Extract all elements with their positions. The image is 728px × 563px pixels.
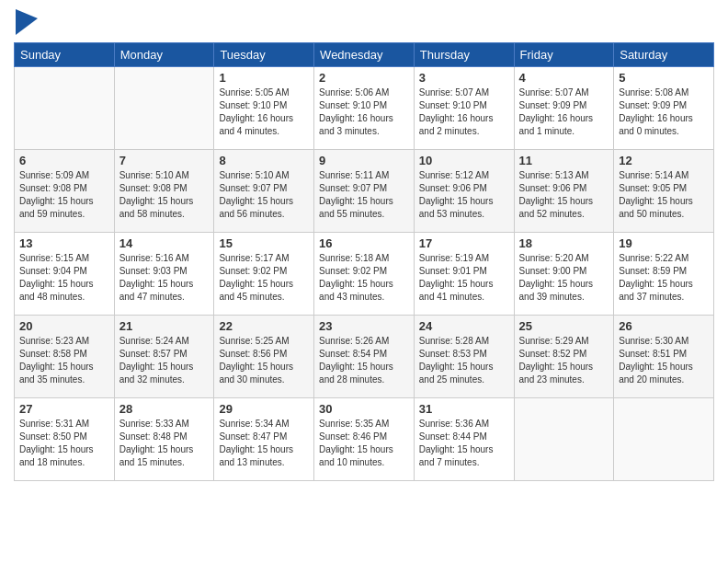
day-info: Sunrise: 5:23 AM Sunset: 8:58 PM Dayligh… [19, 335, 109, 386]
weekday-header-saturday: Saturday [614, 43, 714, 67]
day-number: 13 [19, 236, 109, 250]
day-info: Sunrise: 5:20 AM Sunset: 9:00 PM Dayligh… [519, 252, 609, 304]
day-info: Sunrise: 5:19 AM Sunset: 9:01 PM Dayligh… [419, 252, 509, 304]
calendar-cell [114, 67, 214, 150]
day-info: Sunrise: 5:28 AM Sunset: 8:53 PM Dayligh… [419, 335, 509, 386]
calendar-cell: 24Sunrise: 5:28 AM Sunset: 8:53 PM Dayli… [414, 316, 514, 398]
weekday-header-wednesday: Wednesday [314, 43, 415, 67]
day-number: 22 [219, 319, 309, 333]
day-number: 7 [119, 154, 210, 167]
day-number: 1 [219, 71, 309, 85]
day-info: Sunrise: 5:35 AM Sunset: 8:46 PM Dayligh… [319, 418, 409, 469]
day-number: 6 [19, 154, 109, 167]
calendar-cell: 17Sunrise: 5:19 AM Sunset: 9:01 PM Dayli… [414, 233, 514, 316]
day-number: 15 [219, 236, 309, 250]
day-info: Sunrise: 5:08 AM Sunset: 9:09 PM Dayligh… [619, 86, 709, 138]
day-number: 28 [119, 402, 210, 416]
calendar-cell: 10Sunrise: 5:12 AM Sunset: 9:06 PM Dayli… [414, 150, 514, 233]
calendar-cell: 25Sunrise: 5:29 AM Sunset: 8:52 PM Dayli… [514, 316, 614, 398]
day-info: Sunrise: 5:10 AM Sunset: 9:08 PM Dayligh… [119, 169, 210, 221]
day-number: 10 [419, 154, 509, 167]
calendar-cell: 19Sunrise: 5:22 AM Sunset: 8:59 PM Dayli… [614, 233, 714, 316]
calendar-cell [614, 398, 714, 481]
day-info: Sunrise: 5:07 AM Sunset: 9:09 PM Dayligh… [519, 86, 609, 138]
day-info: Sunrise: 5:16 AM Sunset: 9:03 PM Dayligh… [119, 252, 210, 304]
day-info: Sunrise: 5:15 AM Sunset: 9:04 PM Dayligh… [19, 252, 109, 304]
weekday-header-friday: Friday [514, 43, 614, 67]
day-info: Sunrise: 5:05 AM Sunset: 9:10 PM Dayligh… [219, 86, 309, 138]
calendar-cell: 22Sunrise: 5:25 AM Sunset: 8:56 PM Dayli… [214, 316, 314, 398]
page: SundayMondayTuesdayWednesdayThursdayFrid… [0, 0, 728, 495]
calendar-cell: 9Sunrise: 5:11 AM Sunset: 9:07 PM Daylig… [314, 150, 415, 233]
day-info: Sunrise: 5:36 AM Sunset: 8:44 PM Dayligh… [419, 418, 509, 469]
calendar-cell: 2Sunrise: 5:06 AM Sunset: 9:10 PM Daylig… [314, 67, 415, 150]
day-number: 2 [319, 71, 409, 85]
day-info: Sunrise: 5:22 AM Sunset: 8:59 PM Dayligh… [619, 252, 709, 304]
day-info: Sunrise: 5:26 AM Sunset: 8:54 PM Dayligh… [319, 335, 409, 386]
calendar-row-1: 6Sunrise: 5:09 AM Sunset: 9:08 PM Daylig… [15, 150, 714, 233]
day-info: Sunrise: 5:24 AM Sunset: 8:57 PM Dayligh… [119, 335, 210, 386]
calendar-row-2: 13Sunrise: 5:15 AM Sunset: 9:04 PM Dayli… [15, 233, 714, 316]
day-info: Sunrise: 5:34 AM Sunset: 8:47 PM Dayligh… [219, 418, 309, 469]
day-info: Sunrise: 5:31 AM Sunset: 8:50 PM Dayligh… [19, 418, 109, 469]
calendar-cell: 1Sunrise: 5:05 AM Sunset: 9:10 PM Daylig… [214, 67, 314, 150]
day-number: 14 [119, 236, 210, 250]
calendar-cell: 21Sunrise: 5:24 AM Sunset: 8:57 PM Dayli… [114, 316, 214, 398]
calendar-row-4: 27Sunrise: 5:31 AM Sunset: 8:50 PM Dayli… [15, 398, 714, 481]
calendar-cell: 5Sunrise: 5:08 AM Sunset: 9:09 PM Daylig… [614, 67, 714, 150]
day-number: 27 [19, 402, 109, 416]
weekday-header-monday: Monday [114, 43, 214, 67]
day-number: 9 [319, 154, 409, 167]
day-info: Sunrise: 5:33 AM Sunset: 8:48 PM Dayligh… [119, 418, 210, 469]
calendar-cell: 3Sunrise: 5:07 AM Sunset: 9:10 PM Daylig… [414, 67, 514, 150]
day-info: Sunrise: 5:29 AM Sunset: 8:52 PM Dayligh… [519, 335, 609, 386]
day-number: 11 [519, 154, 609, 167]
logo [14, 9, 38, 35]
calendar-cell: 20Sunrise: 5:23 AM Sunset: 8:58 PM Dayli… [15, 316, 115, 398]
day-number: 21 [119, 319, 210, 333]
calendar-cell: 27Sunrise: 5:31 AM Sunset: 8:50 PM Dayli… [15, 398, 115, 481]
calendar-cell: 28Sunrise: 5:33 AM Sunset: 8:48 PM Dayli… [114, 398, 214, 481]
day-info: Sunrise: 5:12 AM Sunset: 9:06 PM Dayligh… [419, 169, 509, 221]
day-number: 19 [619, 236, 709, 250]
calendar-cell: 26Sunrise: 5:30 AM Sunset: 8:51 PM Dayli… [614, 316, 714, 398]
calendar-cell: 31Sunrise: 5:36 AM Sunset: 8:44 PM Dayli… [414, 398, 514, 481]
day-number: 26 [619, 319, 709, 333]
calendar-cell: 29Sunrise: 5:34 AM Sunset: 8:47 PM Dayli… [214, 398, 314, 481]
weekday-header-thursday: Thursday [414, 43, 514, 67]
calendar-cell [15, 67, 115, 150]
day-info: Sunrise: 5:18 AM Sunset: 9:02 PM Dayligh… [319, 252, 409, 304]
day-info: Sunrise: 5:14 AM Sunset: 9:05 PM Dayligh… [619, 169, 709, 221]
day-number: 4 [519, 71, 609, 85]
calendar-cell: 11Sunrise: 5:13 AM Sunset: 9:06 PM Dayli… [514, 150, 614, 233]
day-number: 3 [419, 71, 509, 85]
day-number: 24 [419, 319, 509, 333]
day-number: 16 [319, 236, 409, 250]
calendar-cell: 13Sunrise: 5:15 AM Sunset: 9:04 PM Dayli… [15, 233, 115, 316]
logo-icon [16, 9, 38, 35]
svg-marker-0 [16, 9, 38, 35]
day-number: 25 [519, 319, 609, 333]
calendar-cell: 14Sunrise: 5:16 AM Sunset: 9:03 PM Dayli… [114, 233, 214, 316]
header [14, 9, 714, 35]
day-number: 5 [619, 71, 709, 85]
calendar-cell: 30Sunrise: 5:35 AM Sunset: 8:46 PM Dayli… [314, 398, 415, 481]
day-info: Sunrise: 5:09 AM Sunset: 9:08 PM Dayligh… [19, 169, 109, 221]
day-number: 8 [219, 154, 309, 167]
day-number: 17 [419, 236, 509, 250]
calendar-row-3: 20Sunrise: 5:23 AM Sunset: 8:58 PM Dayli… [15, 316, 714, 398]
day-number: 12 [619, 154, 709, 167]
day-info: Sunrise: 5:30 AM Sunset: 8:51 PM Dayligh… [619, 335, 709, 386]
weekday-header-row: SundayMondayTuesdayWednesdayThursdayFrid… [15, 43, 714, 67]
calendar-cell [514, 398, 614, 481]
day-info: Sunrise: 5:11 AM Sunset: 9:07 PM Dayligh… [319, 169, 409, 221]
day-number: 29 [219, 402, 309, 416]
day-info: Sunrise: 5:07 AM Sunset: 9:10 PM Dayligh… [419, 86, 509, 138]
day-info: Sunrise: 5:10 AM Sunset: 9:07 PM Dayligh… [219, 169, 309, 221]
calendar-cell: 18Sunrise: 5:20 AM Sunset: 9:00 PM Dayli… [514, 233, 614, 316]
day-number: 30 [319, 402, 409, 416]
calendar-cell: 16Sunrise: 5:18 AM Sunset: 9:02 PM Dayli… [314, 233, 415, 316]
day-info: Sunrise: 5:25 AM Sunset: 8:56 PM Dayligh… [219, 335, 309, 386]
calendar-cell: 7Sunrise: 5:10 AM Sunset: 9:08 PM Daylig… [114, 150, 214, 233]
day-number: 18 [519, 236, 609, 250]
